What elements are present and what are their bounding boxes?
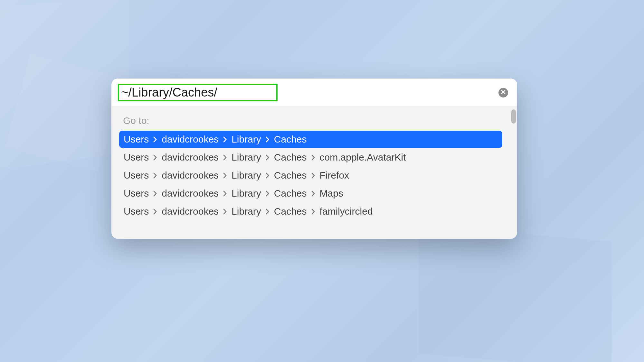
- path-segment: Library: [232, 206, 261, 217]
- results-list: Go to: UsersdavidcrookesLibraryCachesUse…: [111, 107, 510, 239]
- path-segment: Library: [232, 134, 261, 145]
- results-area: Go to: UsersdavidcrookesLibraryCachesUse…: [111, 107, 517, 239]
- chevron-right-icon: [311, 190, 315, 197]
- chevron-right-icon: [223, 190, 227, 197]
- path-input[interactable]: [121, 86, 274, 99]
- result-row[interactable]: UsersdavidcrookesLibraryCaches: [119, 131, 502, 148]
- chevron-right-icon: [266, 209, 270, 215]
- path-segment: Users: [124, 170, 149, 181]
- chevron-right-icon: [153, 154, 157, 161]
- path-segment: Users: [124, 206, 149, 217]
- path-segment: davidcrookes: [162, 152, 219, 163]
- section-label: Go to:: [123, 115, 502, 126]
- path-segment: Firefox: [320, 170, 349, 181]
- chevron-right-icon: [311, 154, 315, 161]
- chevron-right-icon: [266, 172, 270, 179]
- input-highlight-box: [118, 84, 278, 101]
- path-segment: Library: [232, 188, 261, 199]
- path-segment: davidcrookes: [162, 170, 219, 181]
- scrollbar-thumb[interactable]: [511, 109, 516, 124]
- scrollbar[interactable]: [510, 107, 517, 239]
- result-row[interactable]: UsersdavidcrookesLibraryCachesMaps: [119, 185, 502, 202]
- result-row[interactable]: UsersdavidcrookesLibraryCachesFirefox: [119, 167, 502, 184]
- chevron-right-icon: [223, 136, 227, 143]
- path-segment: Caches: [274, 206, 307, 217]
- result-row[interactable]: UsersdavidcrookesLibraryCachesfamilycirc…: [119, 203, 502, 220]
- chevron-right-icon: [311, 209, 315, 215]
- clear-button[interactable]: [498, 88, 508, 97]
- path-segment: Library: [232, 170, 261, 181]
- path-segment: Users: [124, 152, 149, 163]
- path-segment: Caches: [274, 152, 307, 163]
- chevron-right-icon: [311, 172, 315, 179]
- path-segment: familycircled: [320, 206, 373, 217]
- path-segment: Users: [124, 188, 149, 199]
- chevron-right-icon: [153, 209, 157, 215]
- path-segment: com.apple.AvatarKit: [320, 152, 406, 163]
- path-segment: Caches: [274, 170, 307, 181]
- chevron-right-icon: [223, 154, 227, 161]
- chevron-right-icon: [153, 190, 157, 197]
- path-segment: Library: [232, 152, 261, 163]
- go-to-folder-dialog: Go to: UsersdavidcrookesLibraryCachesUse…: [111, 79, 517, 239]
- path-segment: Caches: [274, 188, 307, 199]
- background-facet: [419, 225, 612, 362]
- close-icon: [501, 90, 506, 96]
- chevron-right-icon: [266, 136, 270, 143]
- chevron-right-icon: [153, 136, 157, 143]
- result-row[interactable]: UsersdavidcrookesLibraryCachescom.apple.…: [119, 149, 502, 166]
- chevron-right-icon: [223, 209, 227, 215]
- chevron-right-icon: [223, 172, 227, 179]
- path-segment: Users: [124, 134, 149, 145]
- path-segment: Maps: [320, 188, 343, 199]
- path-segment: davidcrookes: [162, 188, 219, 199]
- search-row: [111, 79, 517, 107]
- path-segment: Caches: [274, 134, 307, 145]
- chevron-right-icon: [266, 190, 270, 197]
- path-segment: davidcrookes: [162, 134, 219, 145]
- chevron-right-icon: [153, 172, 157, 179]
- chevron-right-icon: [266, 154, 270, 161]
- path-segment: davidcrookes: [162, 206, 219, 217]
